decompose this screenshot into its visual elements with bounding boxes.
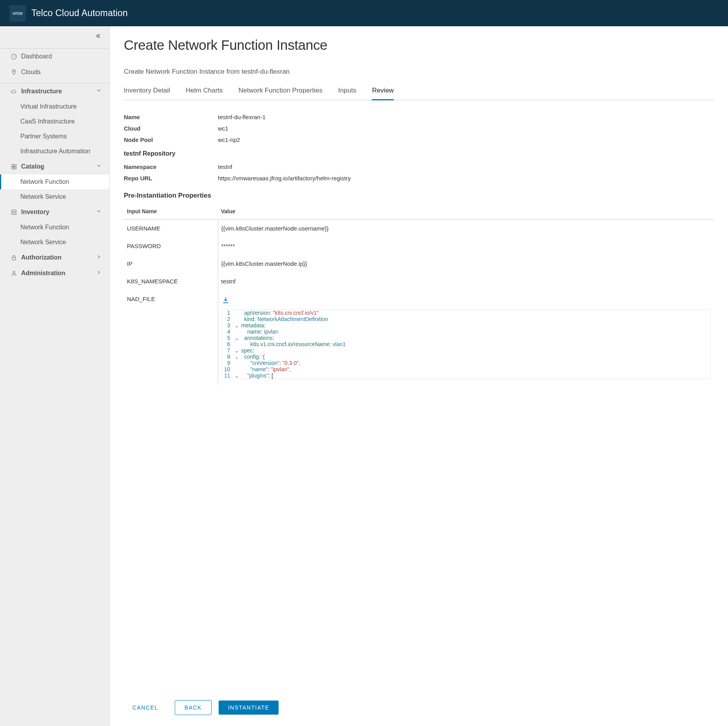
app-header: vmw Telco Cloud Automation bbox=[0, 0, 728, 26]
pre-instantiation-heading: Pre-Instantiation Properties bbox=[124, 192, 714, 200]
wizard-tabs: Inventory Detail Helm Charts Network Fun… bbox=[124, 87, 714, 100]
main-panel: Create Network Function Instance Create … bbox=[110, 26, 728, 726]
kv-value: testnf bbox=[218, 163, 232, 170]
kv-label: Cloud bbox=[124, 125, 218, 132]
page-title: Create Network Function Instance bbox=[124, 37, 714, 53]
fold-icon[interactable]: ⌄ bbox=[234, 348, 240, 354]
sidebar-item-inventory-network-function[interactable]: Network Function bbox=[0, 220, 109, 235]
svg-rect-5 bbox=[14, 167, 16, 169]
sidebar-group-authorization[interactable]: Authorization bbox=[0, 250, 109, 265]
sidebar-item-virtual-infrastructure[interactable]: Virtual Infrastructure bbox=[0, 99, 109, 114]
download-icon[interactable] bbox=[221, 299, 230, 305]
sidebar-group-label: Inventory bbox=[21, 209, 49, 216]
sidebar-item-infrastructure-automation[interactable]: Infrastructure Automation bbox=[0, 144, 109, 159]
tab-nf-properties[interactable]: Network Function Properties bbox=[239, 87, 322, 100]
prop-name: K8S_NAMESPACE bbox=[124, 272, 218, 290]
sidebar-group-label: Infrastructure bbox=[21, 88, 62, 95]
table-row: PASSWORD****** bbox=[124, 237, 714, 255]
prop-name: NAD_FILE bbox=[124, 290, 218, 385]
gauge-icon bbox=[10, 53, 17, 60]
svg-point-9 bbox=[13, 271, 15, 273]
svg-rect-6 bbox=[11, 210, 16, 211]
kv-value: https://vmwaresaas.jfrog.io/artifactory/… bbox=[218, 175, 351, 182]
inventory-icon bbox=[10, 209, 17, 216]
sidebar-group-infrastructure[interactable]: Infrastructure bbox=[0, 83, 109, 99]
kv-value: wc1-np2 bbox=[218, 136, 240, 143]
fold-icon[interactable]: ⌄ bbox=[234, 373, 240, 379]
chevron-right-icon bbox=[96, 254, 101, 261]
prop-name: PASSWORD bbox=[124, 237, 218, 255]
pin-icon bbox=[10, 69, 17, 76]
sidebar-group-administration[interactable]: Administration bbox=[0, 265, 109, 281]
fold-icon[interactable]: ⌄ bbox=[234, 323, 240, 329]
sidebar-item-catalog-network-function[interactable]: Network Function bbox=[0, 174, 109, 189]
svg-rect-8 bbox=[12, 257, 16, 260]
page-subtitle: Create Network Function Instance from te… bbox=[124, 68, 714, 76]
sidebar-item-label: Dashboard bbox=[21, 53, 52, 60]
properties-table: Input Name Value USERNAME{{vim.k8sCluste… bbox=[124, 203, 714, 385]
chevron-down-icon bbox=[96, 163, 101, 170]
table-row: IP{{vim.k8sCluster.masterNode.ip}} bbox=[124, 255, 714, 272]
kv-label: Repo URL bbox=[124, 175, 218, 182]
sidebar-item-partner-systems[interactable]: Partner Systems bbox=[0, 129, 109, 144]
sidebar-item-clouds[interactable]: Clouds bbox=[0, 64, 109, 80]
tab-inputs[interactable]: Inputs bbox=[338, 87, 356, 100]
catalog-icon bbox=[10, 163, 17, 170]
wizard-footer: CANCEL BACK INSTANTIATE bbox=[110, 694, 728, 726]
kv-value: testnf-du-flexran-1 bbox=[218, 114, 266, 120]
vmw-logo: vmw bbox=[9, 5, 26, 22]
chevron-right-icon bbox=[96, 270, 101, 277]
sidebar-group-inventory[interactable]: Inventory bbox=[0, 204, 109, 220]
kv-label: Node Pool bbox=[124, 136, 218, 143]
fold-icon[interactable]: ⌄ bbox=[234, 354, 240, 360]
tab-review[interactable]: Review bbox=[372, 87, 394, 100]
sidebar-item-inventory-network-service[interactable]: Network Service bbox=[0, 235, 109, 250]
table-row: USERNAME{{vim.k8sCluster.masterNode.user… bbox=[124, 220, 714, 238]
prop-value: {{vim.k8sCluster.masterNode.ip}} bbox=[218, 255, 714, 272]
prop-header-name: Input Name bbox=[124, 203, 218, 220]
sidebar-group-label: Authorization bbox=[21, 254, 62, 261]
sidebar-group-catalog[interactable]: Catalog bbox=[0, 159, 109, 174]
svg-rect-2 bbox=[11, 164, 13, 166]
kv-label: Namespace bbox=[124, 163, 218, 170]
svg-rect-4 bbox=[11, 167, 13, 169]
prop-value: {{vim.k8sCluster.masterNode.username}} bbox=[218, 220, 714, 238]
prop-value-nad-file: 1 apiVersion: "k8s.cni.cncf.io/v1" 2 kin… bbox=[218, 290, 714, 385]
lock-icon bbox=[10, 254, 17, 261]
repo-heading: testnf Repository bbox=[124, 150, 714, 157]
prop-value: ****** bbox=[218, 237, 714, 255]
cancel-button[interactable]: CANCEL bbox=[123, 701, 168, 715]
prop-name: IP bbox=[124, 255, 218, 272]
cloud-icon bbox=[10, 88, 17, 95]
svg-point-1 bbox=[13, 71, 14, 72]
back-button[interactable]: BACK bbox=[175, 700, 212, 715]
tab-inventory-detail[interactable]: Inventory Detail bbox=[124, 87, 170, 100]
sidebar-item-catalog-network-service[interactable]: Network Service bbox=[0, 189, 109, 204]
kv-value: wc1 bbox=[218, 125, 228, 132]
chevron-down-icon bbox=[96, 88, 101, 95]
tab-helm-charts[interactable]: Helm Charts bbox=[186, 87, 223, 100]
sidebar-item-caas-infrastructure[interactable]: CaaS Infrastructure bbox=[0, 114, 109, 129]
sidebar-item-label: Clouds bbox=[21, 69, 41, 76]
sidebar-item-dashboard[interactable]: Dashboard bbox=[0, 49, 109, 64]
user-icon bbox=[10, 270, 17, 277]
sidebar-group-label: Administration bbox=[21, 270, 65, 277]
instantiate-button[interactable]: INSTANTIATE bbox=[219, 701, 279, 715]
product-name: Telco Cloud Automation bbox=[31, 8, 128, 18]
table-row: K8S_NAMESPACEtestnf bbox=[124, 272, 714, 290]
table-row: NAD_FILE 1 apiVersion: "k8s.cni.cncf.io/… bbox=[124, 290, 714, 385]
prop-value: testnf bbox=[218, 272, 714, 290]
prop-header-value: Value bbox=[218, 203, 714, 220]
sidebar-group-label: Catalog bbox=[21, 163, 44, 170]
collapse-sidebar-icon[interactable] bbox=[94, 33, 101, 41]
yaml-code-block: 1 apiVersion: "k8s.cni.cncf.io/v1" 2 kin… bbox=[221, 309, 711, 379]
svg-rect-3 bbox=[14, 164, 16, 166]
sidebar: Dashboard Clouds Infrastructure Virtual … bbox=[0, 26, 110, 726]
summary-kv-list: Nametestnf-du-flexran-1 Cloudwc1 Node Po… bbox=[124, 111, 714, 184]
kv-label: Name bbox=[124, 114, 218, 120]
fold-icon[interactable]: ⌄ bbox=[234, 336, 240, 341]
prop-name: USERNAME bbox=[124, 220, 218, 238]
chevron-down-icon bbox=[96, 209, 101, 216]
svg-rect-7 bbox=[11, 212, 16, 214]
